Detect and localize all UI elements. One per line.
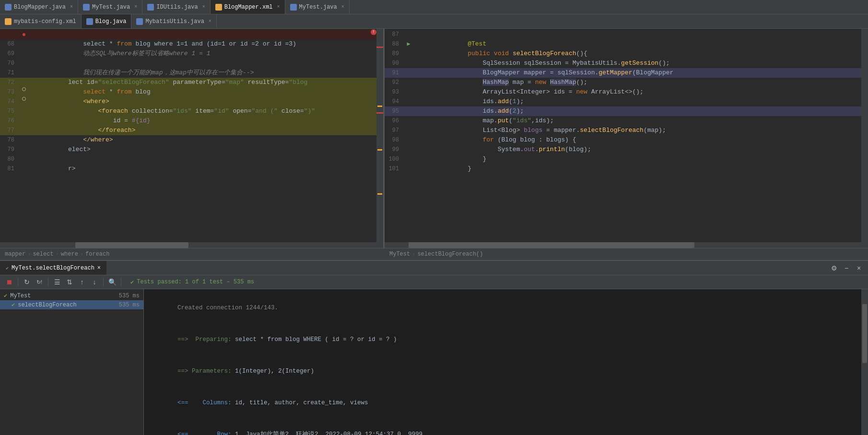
- right-hscroll-thumb[interactable]: [409, 242, 694, 248]
- tab-mybatisutils-java[interactable]: MybatisUtils.java ×: [131, 14, 216, 28]
- test-tree: ✔ MyTest 535 ms ✔ selectBlogForeach 535 …: [0, 289, 144, 435]
- left-scrollbar[interactable]: [376, 29, 383, 248]
- close-tab-3[interactable]: ×: [277, 4, 280, 10]
- sep1: [18, 278, 18, 286]
- close-tab-1[interactable]: ×: [134, 4, 137, 10]
- code-line-73: 73 <where>: [0, 87, 383, 97]
- run-icon[interactable]: ▶: [407, 39, 410, 49]
- toolbar-row: ⏹ ↻ ↻! ☰ ⇅ ↑ ↓ 🔍 ✔ Tests passed: 1 of 1 …: [0, 275, 868, 289]
- tab-blogmapper-xml[interactable]: BlogMapper.xml ×: [211, 0, 285, 14]
- right-line-94: 94 ids.add(2);: [385, 97, 868, 106]
- tab-mybatis-config[interactable]: mybatis-config.xml: [0, 14, 82, 28]
- stop-btn[interactable]: ⏹: [4, 277, 14, 287]
- right-breadcrumb: MyTest › selectBlogForeach(): [385, 248, 868, 260]
- top-tab-bar: BlogMapper.java × MyTest.java × IDUtils.…: [0, 0, 868, 14]
- java-icon: [147, 4, 154, 11]
- code-line-72: 72 select * from blog: [0, 78, 383, 87]
- fold-icon[interactable]: [22, 87, 26, 91]
- tab-idutils-java[interactable]: IDUtils.java ×: [142, 0, 210, 14]
- sep3: [103, 278, 104, 286]
- code-line-68: 68 动态SQL与where标签可以省略where 1 = 1: [0, 39, 383, 49]
- rerun-failed-btn[interactable]: ↻!: [34, 277, 45, 287]
- sep2: [48, 278, 48, 286]
- bottom-content: ✔ MyTest 535 ms ✔ selectBlogForeach 535 …: [0, 289, 868, 435]
- right-line-89: 89 SqlSession sqlSession = MybatisUtils.…: [385, 49, 868, 59]
- search-results-btn[interactable]: 🔍: [107, 277, 117, 287]
- test-item-mytest[interactable]: ✔ MyTest 535 ms: [0, 291, 143, 300]
- sep4: [121, 278, 121, 286]
- java-icon: [83, 4, 90, 11]
- tab-blogmapper-java[interactable]: BlogMapper.java ×: [0, 0, 78, 14]
- breadcrumb-item-foreach[interactable]: foreach: [85, 251, 109, 258]
- test-status: ✔ Tests passed: 1 of 1 test – 535 ms: [130, 279, 254, 286]
- console-line-row1: <== Row: 1, Java如此简单2, 狂神说2, 2022-08-09 …: [149, 419, 856, 435]
- settings-panel-btn[interactable]: ⚙: [829, 263, 839, 273]
- code-line-err: ● select * from blog where 1=1 and (id=1…: [0, 30, 383, 39]
- close-sec-tab-2[interactable]: ×: [209, 19, 211, 24]
- java-icon: [5, 4, 12, 11]
- console-scrollbar[interactable]: [861, 289, 868, 435]
- left-hscrollbar[interactable]: [0, 242, 376, 248]
- right-line-88: 88 ▶ public void selectBlogForeach(){: [385, 39, 868, 49]
- tab-mytest-select[interactable]: ✔ MyTest.selectBlogForeach ×: [0, 261, 106, 275]
- breadcrumb-item-select[interactable]: select: [33, 251, 53, 258]
- code-line-70: 70 我们现在传递一个万能的map，这map中可以存在一个集合-->: [0, 59, 383, 68]
- console-line-params: ==> Parameters: 1(Integer), 2(Integer): [149, 355, 856, 387]
- status-checkmark: ✔: [130, 279, 134, 286]
- panel-controls: ⚙ − ×: [829, 263, 864, 273]
- console-scroll-thumb[interactable]: [862, 304, 867, 364]
- right-line-93: 93 ids.add(1);: [385, 87, 868, 97]
- tab-mytest-java2[interactable]: MyTest.java ×: [285, 0, 350, 14]
- right-scrollbar[interactable]: [861, 29, 868, 248]
- rerun-btn[interactable]: ↻: [22, 277, 32, 287]
- close-panel-btn[interactable]: ×: [854, 263, 864, 273]
- up-btn[interactable]: ↑: [77, 277, 87, 287]
- tab-blog-java[interactable]: Blog.java: [82, 14, 132, 28]
- warn-mark2: [377, 149, 382, 151]
- secondary-tab-bar: mybatis-config.xml Blog.java MybatisUtil…: [0, 14, 868, 29]
- test-item-selectblogforeach[interactable]: ✔ selectBlogForeach 535 ms: [0, 300, 143, 309]
- bottom-panel: ✔ MyTest.selectBlogForeach × ⚙ − × ⏹ ↻ ↻…: [0, 260, 868, 435]
- error-mark2: [376, 112, 383, 114]
- tab-mytest-java[interactable]: MyTest.java ×: [78, 0, 142, 14]
- down-btn[interactable]: ↓: [89, 277, 100, 287]
- breadcrumb-item-mytest[interactable]: MyTest: [389, 251, 410, 258]
- warn-mark3: [377, 193, 382, 195]
- xml-icon: [215, 4, 222, 11]
- toggle-tree-btn[interactable]: ☰: [52, 277, 62, 287]
- warn-mark: [377, 106, 382, 107]
- java-icon: [290, 4, 297, 11]
- code-line-78: 78 elect>: [0, 135, 383, 145]
- right-line-95: 95 map.put("ids",ids);: [385, 106, 868, 116]
- bottom-tab-label: MyTest.selectBlogForeach: [12, 265, 94, 271]
- breadcrumb-row: mapper › select › where › foreach MyTest…: [0, 248, 868, 260]
- close-tab-0[interactable]: ×: [70, 4, 73, 10]
- right-hscrollbar[interactable]: [385, 242, 861, 248]
- left-editor-pane: ● select * from blog where 1=1 and (id=1…: [0, 29, 384, 248]
- breadcrumb-item-method[interactable]: selectBlogForeach(): [417, 251, 483, 258]
- console-line-created: Created connection 1244/143.: [149, 292, 856, 324]
- code-line-71: 71 lect id="selectBlogForeach" parameter…: [0, 68, 383, 78]
- breadcrumb-item-mapper[interactable]: mapper: [5, 251, 25, 258]
- test-name: MyTest: [10, 293, 31, 299]
- code-line-77: 77 </where>: [0, 126, 383, 135]
- xml-icon: [5, 18, 12, 25]
- code-line-74: 74 <foreach collection="ids" item="id" o…: [0, 97, 383, 106]
- minimize-panel-btn[interactable]: −: [841, 263, 852, 273]
- breadcrumb-item-where[interactable]: where: [61, 251, 78, 258]
- close-bottom-tab[interactable]: ×: [97, 265, 101, 271]
- left-hscroll-thumb[interactable]: [75, 242, 188, 248]
- error-mark: [376, 47, 383, 48]
- close-tab-2[interactable]: ×: [202, 4, 205, 10]
- test-time: 535 ms: [119, 302, 140, 308]
- fold-icon[interactable]: [22, 97, 26, 101]
- close-tab-4[interactable]: ×: [341, 4, 344, 10]
- right-line-91: 91 HashMap map = new HashMap();: [385, 68, 868, 78]
- right-line-100: 100 }: [385, 154, 868, 164]
- left-code-area[interactable]: ● select * from blog where 1=1 and (id=1…: [0, 29, 383, 175]
- right-line-96: 96 List<Blog> blogs = mapper.selectBlogF…: [385, 116, 868, 126]
- console-output[interactable]: Created connection 1244/143. ==> Prepari…: [144, 289, 861, 435]
- sort-btn[interactable]: ⇅: [64, 277, 75, 287]
- test-time: 535 ms: [119, 293, 140, 299]
- right-code-area[interactable]: 87 @Test 88 ▶ public void selectBlogFore…: [385, 29, 868, 175]
